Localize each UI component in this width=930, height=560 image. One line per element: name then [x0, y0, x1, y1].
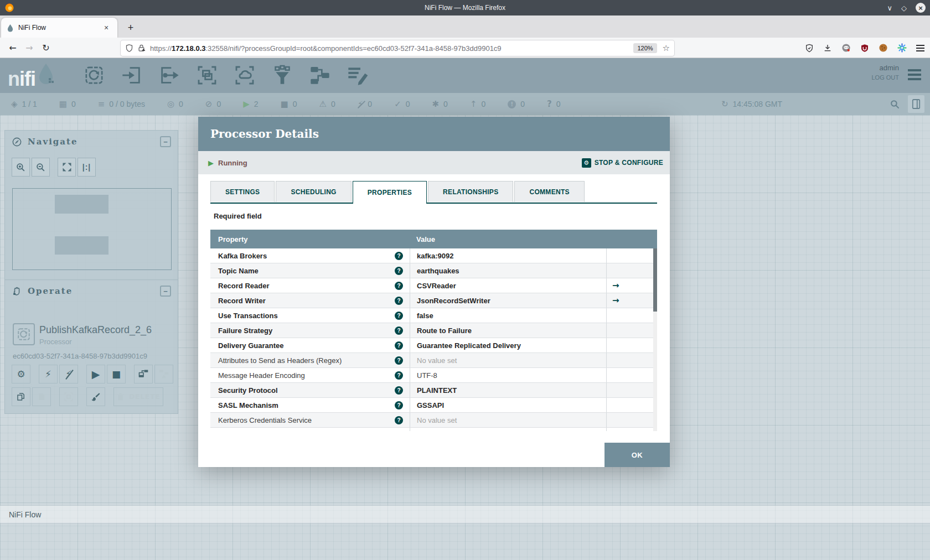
tab-relationships[interactable]: RELATIONSHIPS [428, 181, 513, 202]
enable-lightning-icon[interactable]: ⚡ [39, 365, 58, 383]
refresh-status[interactable]: ↻ 14:45:08 GMT [721, 100, 782, 108]
property-name: Kerberos Credentials Service [218, 416, 312, 424]
property-value: CSVReader [417, 282, 456, 290]
property-row: SASL Mechanism?GSSAPI [210, 398, 657, 413]
zoom-fit-button[interactable] [58, 158, 76, 177]
birdseye-minimap[interactable] [12, 188, 172, 270]
close-window-icon[interactable]: × [916, 3, 926, 13]
template-icon[interactable] [308, 63, 332, 87]
help-icon[interactable]: ? [395, 371, 403, 380]
zoom-in-button[interactable] [12, 158, 30, 177]
property-value: PLAINTEXT [417, 386, 457, 395]
dialog-header: Processor Details [198, 117, 670, 151]
column-header-value: Value [410, 235, 606, 243]
label-icon[interactable] [345, 63, 370, 87]
help-icon[interactable]: ? [395, 401, 403, 409]
help-icon[interactable]: ? [395, 341, 403, 350]
go-to-service-icon[interactable]: → [612, 281, 619, 291]
global-menu-icon[interactable] [908, 69, 921, 80]
tab-settings[interactable]: SETTINGS [210, 181, 275, 202]
nifi-header-toolbar: nifi admin LOG OUT [0, 58, 930, 93]
funnel-icon[interactable] [270, 63, 294, 87]
window-titlebar: NiFi Flow — Mozilla Firefox ∨ ◇ × [0, 0, 930, 15]
configure-gear-icon[interactable]: ⚙ [12, 365, 30, 383]
breadcrumb[interactable]: NiFi Flow [9, 510, 41, 519]
help-icon[interactable]: ? [395, 312, 403, 320]
up-to-date-icon: ✓ [394, 100, 401, 108]
url-bar[interactable]: https://172.18.0.3:32558/nifi/?processGr… [121, 40, 674, 56]
tab-properties[interactable]: PROPERTIES [353, 181, 427, 204]
scrollbar-thumb[interactable] [653, 248, 657, 312]
breadcrumb-bar: NiFi Flow [0, 505, 930, 523]
property-value: earthquakes [417, 267, 459, 275]
remote-process-group-icon[interactable] [232, 63, 257, 87]
property-value: kafka:9092 [417, 252, 454, 260]
browser-menu-icon[interactable] [916, 45, 924, 51]
pinwheel-extension-icon[interactable] [897, 43, 907, 53]
help-icon[interactable]: ? [395, 252, 403, 260]
property-value: Route to Failure [417, 326, 472, 335]
zoom-level-badge[interactable]: 120% [633, 43, 657, 53]
compass-icon [12, 137, 22, 147]
forward-button[interactable]: → [21, 40, 38, 55]
help-icon[interactable]: ? [395, 386, 403, 395]
property-value: No value set [417, 356, 457, 365]
help-icon[interactable]: ? [395, 416, 403, 424]
browser-tab-nifi-flow[interactable]: NiFi Flow × [1, 18, 117, 38]
status-item: ▦0 [59, 100, 76, 108]
container-mask-extension-icon[interactable] [841, 43, 851, 53]
nifi-app: nifi admin LOG OUT ◈1 / 1▦0≡0 / 0 bytes◎… [0, 58, 930, 560]
tab-close-icon[interactable]: × [101, 22, 112, 33]
status-item: ✓0 [394, 100, 410, 108]
output-port-icon[interactable] [157, 63, 182, 87]
search-icon[interactable] [890, 99, 900, 110]
status-item: !0 [508, 100, 525, 108]
help-icon[interactable]: ? [395, 326, 403, 335]
stop-button[interactable]: ■ [107, 365, 126, 383]
collapse-navigate-icon[interactable]: − [160, 136, 171, 147]
tab-comments[interactable]: COMMENTS [514, 181, 584, 202]
new-tab-button[interactable]: + [123, 20, 138, 35]
cookie-extension-icon[interactable] [879, 43, 888, 53]
process-group-icon[interactable] [195, 63, 219, 87]
ublock-extension-icon[interactable] [860, 44, 869, 53]
change-color-brush-icon[interactable] [86, 387, 105, 406]
property-name: Attributes to Send as Headers (Regex) [218, 356, 342, 365]
help-icon[interactable]: ? [395, 297, 403, 305]
disable-lightning-slash-icon[interactable]: ⚡ [59, 365, 78, 383]
status-count: 0 [443, 100, 448, 108]
bookmark-star-icon[interactable]: ☆ [663, 43, 670, 53]
browser-tabbar: NiFi Flow × + [0, 15, 930, 38]
minimize-icon[interactable]: ∨ [887, 4, 892, 12]
save-template-icon[interactable] [134, 365, 153, 383]
start-button[interactable]: ▶ [86, 365, 105, 383]
go-to-service-icon[interactable]: → [612, 295, 619, 305]
zoom-out-button[interactable] [32, 158, 50, 177]
tracking-shield-icon[interactable] [125, 44, 133, 53]
stop-and-configure-button[interactable]: ⚙ STOP & CONFIGURE [582, 151, 663, 174]
processor-icon[interactable] [82, 63, 106, 87]
protections-shield-icon[interactable] [805, 44, 814, 53]
property-row: Use Transactions?false [210, 308, 657, 323]
input-port-icon[interactable] [120, 63, 144, 87]
logout-link[interactable]: LOG OUT [871, 74, 899, 81]
download-icon[interactable] [823, 44, 832, 53]
tab-scheduling[interactable]: SCHEDULING [276, 181, 351, 202]
reload-button[interactable]: ↻ [38, 40, 54, 55]
help-icon[interactable]: ? [395, 267, 403, 275]
zoom-actual-size-button[interactable]: |:| [78, 158, 96, 177]
help-icon[interactable]: ? [395, 282, 403, 290]
back-button[interactable]: ← [4, 40, 21, 55]
navigate-panel: Navigate − |:| [4, 130, 178, 281]
table-scrollbar[interactable] [653, 248, 657, 431]
lock-warning-icon[interactable] [137, 44, 146, 53]
copy-icon[interactable] [12, 387, 30, 406]
property-name: Use Transactions [218, 312, 278, 320]
maximize-icon[interactable]: ◇ [901, 4, 907, 12]
property-name: Kafka Brokers [218, 252, 267, 260]
help-icon[interactable]: ? [395, 356, 403, 365]
ok-button[interactable]: OK [604, 443, 670, 467]
right-panel-toggle-icon[interactable] [908, 95, 924, 113]
collapse-operate-icon[interactable]: − [160, 286, 171, 297]
firefox-icon [5, 3, 14, 12]
